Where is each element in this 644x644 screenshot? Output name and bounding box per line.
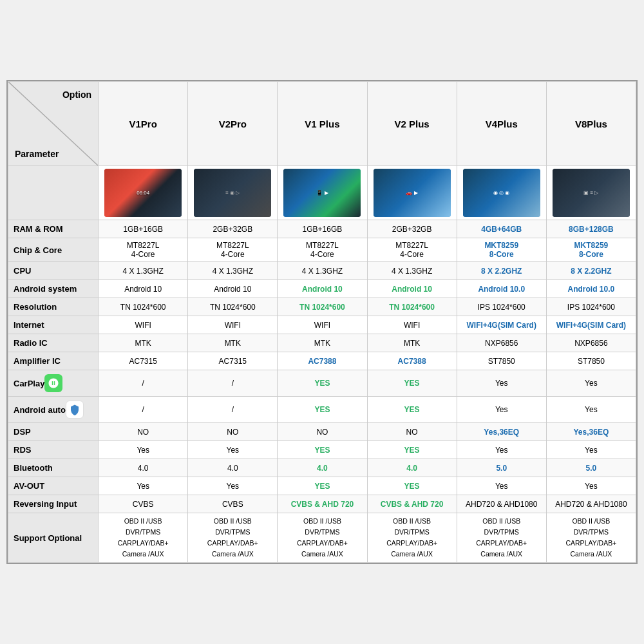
- cell-13-0: Yes: [99, 477, 188, 495]
- table-row: DSPNONONONOYes,36EQYes,36EQ: [8, 423, 636, 441]
- v2plus-image: 🚗 ▶: [374, 169, 451, 217]
- cell-13-2: YES: [278, 477, 367, 495]
- cell-4-2: TN 1024*600: [278, 298, 367, 316]
- cell-7-0: AC7315: [99, 352, 188, 370]
- cell-2-4: 8 X 2.2GHZ: [457, 262, 546, 280]
- cell-5-5: WIFI+4G(SIM Card): [546, 316, 636, 334]
- cell-1-2: MT8227L4-Core: [278, 238, 367, 262]
- cell-3-3: Android 10: [367, 280, 457, 298]
- table-row: Bluetooth4.04.04.04.05.05.0: [8, 459, 636, 477]
- cell-12-2: 4.0: [278, 459, 367, 477]
- cell-0-4: 4GB+64GB: [457, 220, 546, 238]
- table-row: ResolutionTN 1024*600TN 1024*600TN 1024*…: [8, 298, 636, 316]
- cell-2-3: 4 X 1.3GHZ: [367, 262, 457, 280]
- cell-3-0: Android 10: [99, 280, 188, 298]
- row-label-internet: Internet: [8, 316, 99, 334]
- col-header-v4plus: V4Plus: [457, 82, 546, 166]
- cell-1-5: MKT82598-Core: [546, 238, 636, 262]
- cell-8-2: YES: [278, 370, 367, 397]
- cell-8-5: Yes: [546, 370, 636, 397]
- v2pro-image: ≡ ◉ ▷: [194, 169, 271, 217]
- cell-4-4: IPS 1024*600: [457, 298, 546, 316]
- table-row: CPU4 X 1.3GHZ4 X 1.3GHZ4 X 1.3GHZ4 X 1.3…: [8, 262, 636, 280]
- cell-15-3: OBD II /USBDVR/TPMSCARPLAY/DAB+Camera /A…: [367, 513, 457, 562]
- cell-15-2: OBD II /USBDVR/TPMSCARPLAY/DAB+Camera /A…: [278, 513, 367, 562]
- cell-6-5: NXP6856: [546, 334, 636, 352]
- row-label-dsp: DSP: [8, 423, 99, 441]
- cell-4-3: TN 1024*600: [367, 298, 457, 316]
- cell-5-4: WIFI+4G(SIM Card): [457, 316, 546, 334]
- row-label-carplay: CarPlay: [8, 370, 99, 397]
- row-label-rds: RDS: [8, 441, 99, 459]
- cell-14-2: CVBS & AHD 720: [278, 495, 367, 513]
- cell-1-1: MT8227L4-Core: [188, 238, 278, 262]
- cell-1-3: MT8227L4-Core: [367, 238, 457, 262]
- table-row: Reversing InputCVBSCVBSCVBS & AHD 720CVB…: [8, 495, 636, 513]
- cell-7-5: ST7850: [546, 352, 636, 370]
- v8plus-image: ▣ ≡ ▷: [553, 169, 630, 217]
- cell-10-1: NO: [188, 423, 278, 441]
- cell-9-4: Yes: [457, 397, 546, 423]
- image-row-label: [8, 166, 99, 220]
- cell-12-5: 5.0: [546, 459, 636, 477]
- cell-13-1: Yes: [188, 477, 278, 495]
- cell-4-0: TN 1024*600: [99, 298, 188, 316]
- cell-2-5: 8 X 2.2GHZ: [546, 262, 636, 280]
- col-header-v2plus: V2 Plus: [367, 82, 457, 166]
- cell-11-4: Yes: [457, 441, 546, 459]
- cell-14-3: CVBS & AHD 720: [367, 495, 457, 513]
- row-label-radio-ic: Radio IC: [8, 334, 99, 352]
- cell-2-0: 4 X 1.3GHZ: [99, 262, 188, 280]
- table-row: Support OptionalOBD II /USBDVR/TPMSCARPL…: [8, 513, 636, 562]
- cell-6-1: MTK: [188, 334, 278, 352]
- cell-14-0: CVBS: [99, 495, 188, 513]
- row-label-android-system: Android system: [8, 280, 99, 298]
- table-row: RDSYesYesYESYESYesYes: [8, 441, 636, 459]
- cell-12-4: 5.0: [457, 459, 546, 477]
- cell-3-2: Android 10: [278, 280, 367, 298]
- cell-13-5: Yes: [546, 477, 636, 495]
- v2pro-image-cell: ≡ ◉ ▷: [188, 166, 278, 220]
- row-label-android-auto: Android auto: [8, 397, 99, 423]
- cell-8-4: Yes: [457, 370, 546, 397]
- cell-0-0: 1GB+16GB: [99, 220, 188, 238]
- option-label: Option: [62, 90, 91, 100]
- col-header-v2pro: V2Pro: [188, 82, 278, 166]
- cell-7-3: AC7388: [367, 352, 457, 370]
- v4plus-image-cell: ◉ ◎ ◉: [457, 166, 546, 220]
- v1plus-image-cell: 📱 ▶: [278, 166, 367, 220]
- cell-6-2: MTK: [278, 334, 367, 352]
- cell-10-0: NO: [99, 423, 188, 441]
- cell-14-1: CVBS: [188, 495, 278, 513]
- row-label-amplifier-ic: Amplifier IC: [8, 352, 99, 370]
- cell-8-0: /: [99, 370, 188, 397]
- table-row: RAM & ROM1GB+16GB2GB+32GB1GB+16GB2GB+32G…: [8, 220, 636, 238]
- v1pro-image: 06:04: [104, 169, 182, 217]
- cell-9-0: /: [99, 397, 188, 423]
- cell-0-1: 2GB+32GB: [188, 220, 278, 238]
- cell-3-5: Android 10.0: [546, 280, 636, 298]
- carplay-icon: [44, 374, 62, 392]
- cell-11-3: YES: [367, 441, 457, 459]
- cell-11-1: Yes: [188, 441, 278, 459]
- cell-12-3: 4.0: [367, 459, 457, 477]
- cell-13-3: YES: [367, 477, 457, 495]
- table-row: Android systemAndroid 10Android 10Androi…: [8, 280, 636, 298]
- cell-0-2: 1GB+16GB: [278, 220, 367, 238]
- row-label-reversing-input: Reversing Input: [8, 495, 99, 513]
- cell-11-0: Yes: [99, 441, 188, 459]
- cell-0-5: 8GB+128GB: [546, 220, 636, 238]
- comparison-table-wrapper: Option Parameter V1Pro V2Pro V1 Plus V2 …: [6, 80, 638, 564]
- cell-5-3: WIFI: [367, 316, 457, 334]
- table-row: InternetWIFIWIFIWIFIWIFIWIFI+4G(SIM Card…: [8, 316, 636, 334]
- parameter-label: Parameter: [15, 149, 59, 159]
- cell-4-5: IPS 1024*600: [546, 298, 636, 316]
- cell-10-2: NO: [278, 423, 367, 441]
- v1plus-image: 📱 ▶: [283, 169, 361, 217]
- v4plus-image: ◉ ◎ ◉: [463, 169, 540, 217]
- col-header-v8plus: V8Plus: [546, 82, 636, 166]
- table-row: Radio ICMTKMTKMTKMTKNXP6856NXP6856: [8, 334, 636, 352]
- cell-7-1: AC7315: [188, 352, 278, 370]
- cell-12-0: 4.0: [99, 459, 188, 477]
- cell-6-0: MTK: [99, 334, 188, 352]
